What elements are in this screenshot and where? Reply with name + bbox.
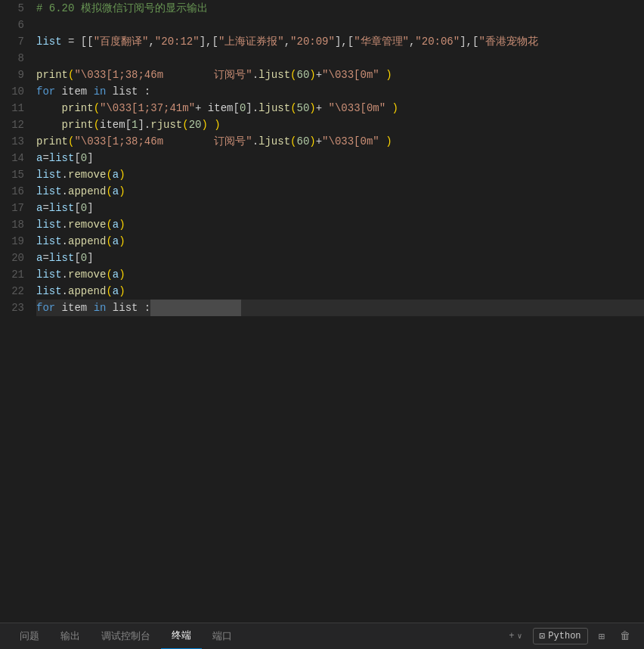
code-line-19: list.append(a)	[36, 233, 644, 250]
code-container: 5 6 7 8 9 10 11 12 13 14 15 16 17 18 19 …	[0, 0, 644, 623]
code-line-12: print(item[1].rjust(20) )	[36, 116, 644, 133]
code-line-6	[36, 17, 644, 33]
split-terminal-button[interactable]: ⊞	[594, 629, 609, 644]
code-line-14: a=list[0]	[36, 150, 644, 166]
terminal-type-button[interactable]: ⊡ Python	[533, 628, 588, 644]
terminal-icon: ⊡	[540, 630, 546, 642]
code-editor[interactable]: # 6.20 模拟微信订阅号的显示输出 list = [["百度翻译","20:…	[30, 0, 644, 623]
code-line-10: for item in list :	[36, 83, 644, 100]
trash-icon: 🗑	[620, 630, 630, 642]
code-line-9: print("\033[1;38;46m 订阅号".ljust(60)+"\03…	[36, 67, 644, 83]
code-line-5: # 6.20 模拟微信订阅号的显示输出	[36, 0, 644, 17]
new-terminal-button[interactable]: + ∨	[504, 629, 526, 643]
code-line-16: list.append(a)	[36, 183, 644, 200]
code-line-22: list.append(a)	[36, 283, 644, 300]
code-line-20: a=list[0]	[36, 250, 644, 266]
terminal-type-label: Python	[548, 631, 581, 641]
code-line-7: list = [["百度翻译","20:12"],["上海证券报","20:09…	[36, 33, 644, 50]
kill-terminal-button[interactable]: 🗑	[615, 629, 635, 644]
code-line-17: a=list[0]	[36, 200, 644, 216]
plus-icon: +	[509, 631, 514, 641]
split-icon: ⊞	[599, 630, 605, 643]
code-line-8	[36, 50, 644, 67]
code-line-13: print("\033[1;38;46m 订阅号".ljust(60)+"\03…	[36, 133, 644, 150]
tab-ports[interactable]: 端口	[202, 623, 243, 650]
tab-terminal[interactable]: 终端	[161, 623, 202, 650]
code-line-21: list.remove(a)	[36, 266, 644, 283]
chevron-down-icon: ∨	[517, 632, 522, 641]
code-line-11: print("\033[1;37;41m"+ item[0].ljust(50)…	[36, 100, 644, 116]
tab-debug-console[interactable]: 调试控制台	[91, 623, 161, 650]
tab-bar: 问题 输出 调试控制台 终端 端口 + ∨ ⊡ Python ⊞ 🗑	[0, 623, 644, 649]
tab-bar-right: + ∨ ⊡ Python ⊞ 🗑	[504, 628, 635, 644]
tab-output[interactable]: 输出	[50, 623, 91, 650]
code-line-15: list.remove(a)	[36, 166, 644, 183]
line-numbers: 5 6 7 8 9 10 11 12 13 14 15 16 17 18 19 …	[0, 0, 30, 623]
editor-area: 5 6 7 8 9 10 11 12 13 14 15 16 17 18 19 …	[0, 0, 644, 623]
tab-problems[interactable]: 问题	[9, 623, 50, 650]
code-line-18: list.remove(a)	[36, 216, 644, 233]
code-line-23: for item in list :	[36, 300, 644, 316]
